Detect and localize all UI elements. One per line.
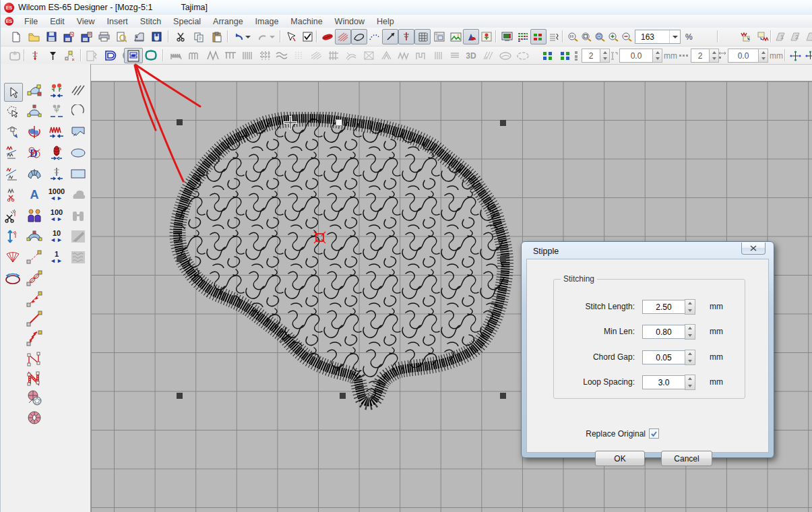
- selection-handle-bottom-left[interactable]: [177, 393, 183, 399]
- menu-insert[interactable]: Insert: [101, 15, 134, 28]
- arrow-tool-icon[interactable]: [382, 29, 398, 44]
- zoom-out-icon[interactable]: [619, 30, 634, 44]
- menu-special[interactable]: Special: [167, 15, 207, 28]
- ellipse-tool[interactable]: [69, 144, 87, 162]
- underlay-count-spinner[interactable]: [600, 49, 610, 63]
- ok-button[interactable]: OK: [595, 451, 645, 466]
- save-to-machine-icon[interactable]: [61, 30, 76, 44]
- reshape-dome-tool[interactable]: [26, 102, 43, 120]
- parallel-lines-tool[interactable]: [69, 82, 87, 99]
- shell-shape-tool[interactable]: [26, 165, 43, 183]
- align-quad-1-icon[interactable]: [540, 49, 555, 63]
- save-icon[interactable]: [44, 30, 59, 44]
- offset2-spinner[interactable]: [758, 49, 768, 63]
- selection-handle-bottom-mid[interactable]: [340, 393, 346, 399]
- zoom-box-icon[interactable]: [579, 30, 594, 44]
- scale-100-tool[interactable]: 100◄►: [48, 207, 65, 224]
- stipple-fill-button[interactable]: [124, 48, 143, 63]
- needle-penetration-icon[interactable]: [398, 29, 414, 44]
- count2-field[interactable]: 2: [691, 49, 710, 63]
- selection-handle-bottom-right[interactable]: [500, 393, 506, 399]
- buddy-figures-tool[interactable]: [26, 207, 43, 224]
- cut-icon[interactable]: [173, 30, 188, 44]
- undo-dropdown-icon[interactable]: [243, 30, 253, 44]
- dotted-curve-icon[interactable]: [367, 30, 382, 44]
- chain-link-tool[interactable]: [26, 269, 43, 287]
- send-to-machine-icon[interactable]: [131, 30, 146, 44]
- travel-end-icon[interactable]: [755, 30, 770, 44]
- menu-window[interactable]: Window: [329, 15, 371, 28]
- offset1-field[interactable]: 0.0: [619, 49, 653, 63]
- print-icon[interactable]: [96, 30, 111, 44]
- zoom-level-combo[interactable]: 163: [635, 30, 681, 44]
- arrow-run-tool[interactable]: [26, 290, 43, 308]
- select-tool[interactable]: [4, 83, 23, 102]
- menu-edit[interactable]: Edit: [44, 15, 71, 28]
- stitch-scissors-tool[interactable]: [4, 186, 22, 203]
- menu-file[interactable]: File: [18, 15, 44, 28]
- center-marker-1-icon[interactable]: [788, 49, 803, 63]
- chord-gap-spinner[interactable]: [685, 350, 695, 365]
- circle-star-tool[interactable]: [26, 389, 43, 407]
- grid-toggle-icon[interactable]: [414, 29, 431, 44]
- updown-needle-tool[interactable]: [4, 228, 22, 245]
- circle-radial-tool[interactable]: [26, 409, 43, 426]
- menu-machine[interactable]: Machine: [284, 15, 328, 28]
- offset1-spinner[interactable]: [652, 49, 662, 63]
- zoom-combo-dropdown-icon[interactable]: [669, 30, 680, 43]
- scale-1-tool[interactable]: 1◄►: [48, 249, 65, 266]
- scale-1000-tool[interactable]: 1000◄►: [48, 186, 65, 203]
- arc-tool[interactable]: [69, 102, 87, 120]
- slant-stitch-tool[interactable]: [4, 165, 22, 183]
- scissors-needle-tool[interactable]: [4, 207, 22, 224]
- connect-machine-icon[interactable]: [149, 30, 164, 44]
- menu-image[interactable]: Image: [249, 15, 285, 28]
- contour-fill-icon[interactable]: [103, 49, 118, 63]
- menu-view[interactable]: View: [71, 15, 101, 28]
- selection-handle-mid-left[interactable]: [177, 256, 183, 262]
- document-icon[interactable]: ES: [5, 17, 13, 26]
- scale-10-tool[interactable]: 10◄►: [48, 228, 65, 245]
- underlay-count-field[interactable]: 2: [582, 49, 600, 63]
- letter-circles-tool[interactable]: D: [26, 144, 43, 162]
- redo-dropdown-icon[interactable]: [268, 30, 277, 44]
- lettering-tool[interactable]: A: [26, 186, 43, 203]
- zigzag-run-tool[interactable]: [26, 329, 43, 347]
- center-marker-2-icon[interactable]: [803, 49, 812, 63]
- zoom-1to1-icon[interactable]: [565, 30, 580, 44]
- node-edit-icon[interactable]: [63, 49, 77, 63]
- loop-spacing-field[interactable]: 3.0: [642, 375, 685, 389]
- replace-original-checkbox[interactable]: [649, 428, 659, 439]
- rectangle-tool[interactable]: [69, 165, 87, 183]
- dialog-close-button[interactable]: [741, 243, 766, 255]
- embroidery-design-brain[interactable]: [167, 112, 518, 415]
- menu-help[interactable]: Help: [371, 15, 400, 28]
- monitor-preview-icon[interactable]: [499, 30, 514, 44]
- pointer-stitch-icon[interactable]: [284, 30, 299, 44]
- zoom-in-icon[interactable]: [606, 30, 621, 44]
- flag-shape-tool[interactable]: [69, 123, 87, 141]
- outline-shape-icon[interactable]: [351, 29, 367, 44]
- polygon-select-tool[interactable]: [4, 102, 22, 120]
- cancel-button[interactable]: Cancel: [661, 451, 712, 466]
- column-shape-tool[interactable]: [48, 144, 65, 162]
- hoop-ruler-icon[interactable]: [432, 30, 447, 44]
- object-properties-icon[interactable]: [300, 30, 315, 44]
- min-len-field[interactable]: 0.80: [642, 325, 685, 339]
- manual-stitch-tool[interactable]: [48, 123, 65, 141]
- selection-handle-top-left[interactable]: [177, 119, 183, 125]
- needle-red-icon[interactable]: [28, 49, 42, 63]
- cap-shape-tool[interactable]: [26, 228, 43, 245]
- needle-black-icon[interactable]: [45, 49, 60, 63]
- straight-run-tool[interactable]: [26, 310, 43, 327]
- background-picture-icon[interactable]: [448, 30, 463, 44]
- stitch-edit-tool[interactable]: [4, 144, 22, 162]
- stitch-red-icon[interactable]: [320, 30, 335, 44]
- align-quad-2-icon[interactable]: [557, 49, 572, 63]
- n-filled-tool[interactable]: [26, 370, 43, 387]
- mirror-oval-tool[interactable]: [4, 269, 22, 287]
- menu-stitch[interactable]: Stitch: [134, 15, 167, 28]
- loop-spacing-spinner[interactable]: [685, 375, 695, 390]
- dashed-node-tool[interactable]: [26, 249, 43, 266]
- stitch-length-spinner[interactable]: [685, 299, 695, 315]
